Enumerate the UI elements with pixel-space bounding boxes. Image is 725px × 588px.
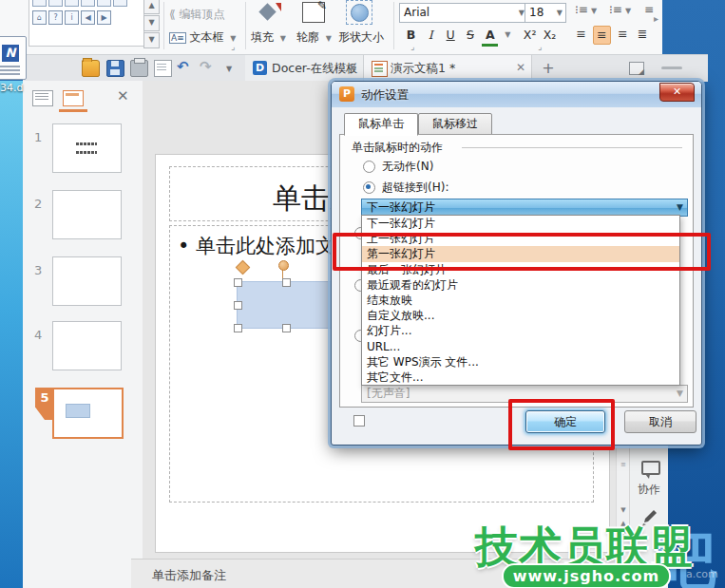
- print-preview-icon[interactable]: [154, 60, 172, 77]
- font-name-select[interactable]: Arial ▼: [399, 3, 528, 23]
- list-item-other-file[interactable]: 其它文件...: [362, 370, 679, 385]
- arrange-windows-icon[interactable]: [629, 62, 644, 75]
- ribbon-expand-icon[interactable]: ▸: [654, 13, 658, 24]
- radio-hyperlink-selected[interactable]: [363, 181, 375, 194]
- fill-icon[interactable]: [258, 2, 281, 23]
- cancel-button[interactable]: 取消: [624, 410, 696, 433]
- italic-button[interactable]: I: [423, 27, 439, 44]
- tab-mouse-click[interactable]: 鼠标单击: [344, 113, 418, 136]
- selected-shape[interactable]: [237, 281, 335, 329]
- slide-thumbnail-1[interactable]: [52, 123, 122, 173]
- resize-handle[interactable]: [282, 278, 291, 287]
- open-file-icon[interactable]: [82, 60, 100, 77]
- chevron-down-icon: ▼: [591, 7, 597, 15]
- brush-icon: ✎: [317, 0, 327, 12]
- checkbox-peek[interactable]: [353, 415, 365, 427]
- tab-presentation-1[interactable]: 演示文稿1 * ✕: [364, 55, 532, 81]
- align-right-button[interactable]: ≡: [615, 26, 631, 43]
- subscript-button[interactable]: X₂: [542, 27, 558, 44]
- numbered-list-button[interactable]: ⁝≡▼: [609, 3, 631, 16]
- group-divider: [462, 147, 682, 148]
- scroll-down-icon[interactable]: ▼: [619, 506, 628, 514]
- action-button-home-icon[interactable]: ⌂: [32, 10, 47, 25]
- resize-handle[interactable]: [234, 301, 242, 310]
- desktop-file-label: 34.d: [0, 82, 38, 94]
- list-item-custom-show[interactable]: 自定义放映...: [362, 308, 679, 323]
- list-item-url[interactable]: URL...: [362, 339, 679, 354]
- indent-button[interactable]: ≡: [644, 3, 654, 16]
- slide-thumbnail-4[interactable]: [52, 321, 122, 370]
- slide-thumbnail-3[interactable]: [52, 256, 122, 306]
- action-button-info-icon[interactable]: i: [65, 10, 79, 25]
- document-tab-bar: ↶ ↷ ▼ D Docer-在线模板 ✕ 演示文稿1 * ✕ +: [23, 54, 708, 82]
- print-icon[interactable]: [130, 60, 148, 77]
- dialog-launcher-icon[interactable]: ⌟: [538, 42, 542, 51]
- shape-icon[interactable]: [48, 0, 63, 7]
- minimize-icon[interactable]: [661, 66, 682, 69]
- list-item-end-show[interactable]: 结束放映: [362, 293, 679, 308]
- shape-size-button[interactable]: 形状大小: [338, 29, 384, 46]
- radio-no-action-label: 无动作(N): [382, 159, 433, 175]
- shape-icon[interactable]: [65, 0, 79, 7]
- tab-docer-online-templates[interactable]: D Docer-在线模板 ✕: [245, 55, 364, 81]
- new-tab-button[interactable]: +: [536, 55, 561, 81]
- collaborate-chat-icon[interactable]: [641, 461, 660, 475]
- strikethrough-button[interactable]: S: [462, 27, 478, 44]
- shape-icon[interactable]: [32, 0, 47, 7]
- radio-no-action[interactable]: [363, 161, 375, 173]
- tab-mouse-over[interactable]: 鼠标移过: [418, 113, 492, 135]
- action-button-back-icon[interactable]: ◀: [81, 10, 95, 25]
- list-item-slide[interactable]: 幻灯片...: [362, 323, 679, 338]
- slide-thumbnail-5-selected[interactable]: [52, 388, 124, 439]
- chevron-down-icon: ▼: [625, 7, 631, 15]
- docer-tab-label: Docer-在线模板: [272, 61, 358, 75]
- save-icon[interactable]: [106, 60, 124, 77]
- dialog-launcher-icon[interactable]: ⌟: [231, 42, 235, 51]
- align-left-button[interactable]: ≡: [573, 26, 589, 43]
- bold-button[interactable]: B: [403, 27, 419, 44]
- list-item-last-viewed-slide[interactable]: 最近观看的幻灯片: [362, 277, 679, 293]
- shape-size-icon[interactable]: [346, 0, 372, 25]
- font-color-button[interactable]: A: [482, 27, 498, 47]
- outline-icon[interactable]: ✎: [302, 2, 325, 23]
- dialog-titlebar[interactable]: P 动作设置 ✕: [332, 82, 701, 107]
- align-center-button[interactable]: ≡: [593, 26, 611, 45]
- resize-handle[interactable]: [282, 324, 291, 332]
- text-box-button[interactable]: A≡ 文本框 ▼: [169, 29, 237, 46]
- desktop-file-icon[interactable]: N: [0, 36, 27, 80]
- close-icon[interactable]: ✕: [117, 87, 129, 104]
- resize-handle[interactable]: [234, 278, 242, 287]
- action-button-help-icon[interactable]: ?: [48, 10, 63, 25]
- active-view-underline: [59, 109, 87, 112]
- redo-icon[interactable]: ↷: [200, 59, 212, 74]
- slide-number: 3: [34, 263, 48, 277]
- list-item-next-slide[interactable]: 下一张幻灯片: [362, 216, 679, 231]
- shape-icon[interactable]: [97, 0, 111, 7]
- undo-icon[interactable]: ↶: [177, 59, 189, 74]
- slides-panel: ✕ 1 2 3 4 5: [23, 81, 143, 588]
- superscript-button[interactable]: X²: [522, 27, 538, 44]
- shape-icon[interactable]: [81, 0, 95, 7]
- rotate-handle[interactable]: [278, 260, 289, 271]
- gallery-more-button[interactable]: ▼: [143, 32, 160, 48]
- shape-gallery[interactable]: ⌂?i◀▶: [29, 0, 144, 47]
- close-icon[interactable]: ✕: [348, 55, 357, 81]
- font-size-select[interactable]: 18 ▼: [525, 3, 566, 23]
- slides-view-icon[interactable]: [63, 90, 84, 106]
- outline-button[interactable]: 轮廓 ▼: [296, 29, 332, 46]
- edit-vertex-button[interactable]: ⟪ 编辑顶点: [169, 7, 225, 23]
- align-justify-button[interactable]: ≣: [634, 26, 650, 43]
- close-icon[interactable]: ✕: [516, 55, 525, 81]
- dialog-close-button[interactable]: ✕: [659, 83, 695, 102]
- fill-button[interactable]: 填充 ▼: [251, 29, 286, 46]
- gallery-down-button[interactable]: ▼: [143, 15, 160, 31]
- action-button-forward-icon[interactable]: ▶: [97, 10, 111, 25]
- resize-handle[interactable]: [234, 324, 242, 332]
- shape-icon[interactable]: [113, 0, 127, 7]
- bullet-list-button[interactable]: ⁝≡▼: [575, 3, 597, 16]
- slide-thumbnail-2[interactable]: [52, 190, 122, 239]
- gallery-up-button[interactable]: ▲: [143, 0, 160, 14]
- list-item-other-wps-file[interactable]: 其它 WPS演示 文件...: [362, 354, 679, 370]
- qat-dropdown-icon[interactable]: ▼: [226, 65, 232, 73]
- underline-button[interactable]: U: [443, 27, 459, 44]
